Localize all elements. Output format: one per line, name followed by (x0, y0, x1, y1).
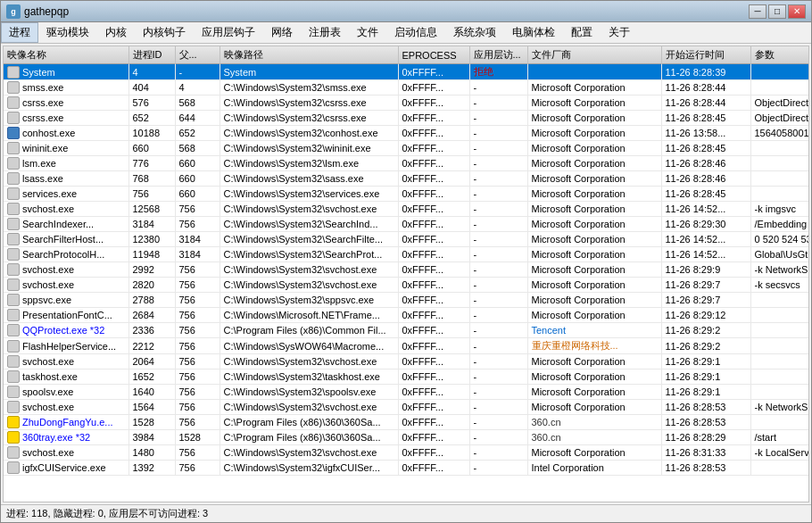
process-parent: 756 (175, 338, 220, 354)
table-row[interactable]: spoolsv.exe1640756C:\Windows\System32\sp… (4, 385, 809, 400)
process-parent: 756 (175, 385, 220, 400)
table-row[interactable]: 360tray.exe *3239841528C:\Program Files … (4, 430, 809, 445)
process-params (750, 461, 809, 476)
col-header-vendor[interactable]: 文件厂商 (527, 46, 661, 64)
process-vendor: Microsoft Corporation (527, 217, 661, 232)
table-row[interactable]: svchost.exe2820756C:\Windows\System32\sv… (4, 278, 809, 293)
process-icon (7, 233, 20, 245)
process-pid: 768 (128, 171, 175, 187)
table-row[interactable]: System4-System0xFFFF...拒绝11-26 8:28:39 (4, 64, 809, 80)
process-applacc: - (469, 171, 527, 187)
process-icon (7, 142, 20, 154)
table-row[interactable]: lsm.exe776660C:\Windows\System32\lsm.exe… (4, 156, 809, 171)
process-name: QQProtect.exe *32 (22, 325, 104, 336)
process-vendor: Tencent (527, 323, 661, 338)
table-row[interactable]: igfxCUIService.exe1392756C:\Windows\Syst… (4, 461, 809, 476)
table-row[interactable]: PresentationFontC...2684756C:\Windows\Mi… (4, 308, 809, 323)
process-pid: 756 (128, 187, 175, 202)
menu-item-配置[interactable]: 配置 (563, 22, 601, 43)
maximize-button[interactable]: □ (768, 4, 786, 19)
table-row[interactable]: SearchProtocolH...119483184C:\Windows\Sy… (4, 247, 809, 262)
table-row[interactable]: csrss.exe652644C:\Windows\System32\csrss… (4, 111, 809, 126)
table-row[interactable]: lsass.exe768660C:\Windows\System32\sass.… (4, 171, 809, 187)
process-path: C:\Windows\System32\wininit.exe (220, 141, 398, 156)
process-vendor: Microsoft Corporation (527, 95, 661, 111)
process-name-cell: QQProtect.exe *32 (4, 323, 128, 338)
table-row[interactable]: svchost.exe1564756C:\Windows\System32\sv… (4, 400, 809, 415)
process-path: C:\Windows\System32\SearchProt... (220, 247, 398, 262)
process-name-cell: services.exe (4, 187, 128, 202)
table-row[interactable]: svchost.exe2064756C:\Windows\System32\sv… (4, 354, 809, 369)
col-header-applacc[interactable]: 应用层访... (469, 46, 527, 64)
table-row[interactable]: FlashHelperService...2212756C:\Windows\S… (4, 338, 809, 354)
process-parent: 756 (175, 278, 220, 293)
process-starttime: 11-26 8:28:46 (661, 171, 750, 187)
menu-item-关于[interactable]: 关于 (601, 22, 638, 43)
menu-item-内核[interactable]: 内核 (97, 22, 135, 43)
col-header-parent[interactable]: 父... (175, 46, 220, 64)
process-icon (7, 203, 20, 215)
menu-item-网络[interactable]: 网络 (263, 22, 301, 43)
process-vendor: Microsoft Corporation (527, 293, 661, 308)
table-row[interactable]: conhost.exe10188652C:\Windows\System32\c… (4, 126, 809, 141)
process-applacc: - (469, 262, 527, 278)
col-header-starttime[interactable]: 开始运行时间 (661, 46, 750, 64)
process-applacc: - (469, 415, 527, 430)
process-name: FlashHelperService... (22, 341, 116, 352)
table-row[interactable]: wininit.exe660568C:\Windows\System32\win… (4, 141, 809, 156)
process-vendor: Microsoft Corporation (527, 385, 661, 400)
table-row[interactable]: taskhost.exe1652756C:\Windows\System32\t… (4, 369, 809, 385)
process-name: igfxCUIService.exe (22, 462, 106, 473)
process-parent: 1528 (175, 430, 220, 445)
table-row[interactable]: services.exe756660C:\Windows\System32\se… (4, 187, 809, 202)
process-path: C:\Windows\System32\sppsvc.exe (220, 293, 398, 308)
col-header-path[interactable]: 映像路径 (220, 46, 398, 64)
table-row[interactable]: csrss.exe576568C:\Windows\System32\csrss… (4, 95, 809, 111)
minimize-button[interactable]: ─ (749, 4, 766, 19)
process-name: smss.exe (22, 82, 63, 93)
menu-item-内核钩子[interactable]: 内核钩子 (135, 22, 194, 43)
table-row[interactable]: sppsvc.exe2788756C:\Windows\System32\spp… (4, 293, 809, 308)
process-starttime: 11-26 8:28:39 (661, 64, 750, 80)
process-name: SearchFilterHost... (22, 234, 104, 245)
table-row[interactable]: svchost.exe2992756C:\Windows\System32\sv… (4, 262, 809, 278)
table-row[interactable]: svchost.exe12568756C:\Windows\System32\s… (4, 202, 809, 217)
table-row[interactable]: svchost.exe1480756C:\Windows\System32\sv… (4, 445, 809, 461)
menu-item-文件[interactable]: 文件 (349, 22, 386, 43)
table-row[interactable]: SearchIndexer...3184756C:\Windows\System… (4, 217, 809, 232)
menu-item-驱动模块[interactable]: 驱动模块 (38, 22, 97, 43)
process-starttime: 11-26 14:52... (661, 202, 750, 217)
col-header-pid[interactable]: 进程ID (128, 46, 175, 64)
col-header-name[interactable]: 映像名称 (4, 46, 128, 64)
process-eprocess: 0xFFFF... (398, 202, 469, 217)
process-eprocess: 0xFFFF... (398, 156, 469, 171)
menu-item-启动信息[interactable]: 启动信息 (386, 22, 445, 43)
process-starttime: 11-26 8:28:44 (661, 95, 750, 111)
table-row[interactable]: SearchFilterHost...123803184C:\Windows\S… (4, 232, 809, 247)
col-header-params[interactable]: 参数 (750, 46, 809, 64)
process-applacc: - (469, 430, 527, 445)
process-path: C:\Windows\System32\lsm.exe (220, 156, 398, 171)
process-path: C:\Windows\System32\svchost.exe (220, 354, 398, 369)
process-eprocess: 0xFFFF... (398, 111, 469, 126)
process-pid: 404 (128, 80, 175, 95)
menu-item-应用层钩子[interactable]: 应用层钩子 (194, 22, 263, 43)
status-bar: 进程: 118, 隐藏进程: 0, 应用层不可访问进程: 3 (1, 504, 811, 522)
process-applacc: - (469, 293, 527, 308)
menu-item-系统杂项[interactable]: 系统杂项 (445, 22, 504, 43)
process-table-container[interactable]: 映像名称 进程ID 父... 映像路径 EPROCESS 应用层访... 文件厂… (3, 46, 809, 502)
process-icon (7, 66, 20, 79)
table-row[interactable]: QQProtect.exe *322336756C:\Program Files… (4, 323, 809, 338)
menu-item-电脑体检[interactable]: 电脑体检 (504, 22, 563, 43)
process-starttime: 11-26 8:28:53 (661, 415, 750, 430)
process-params (750, 338, 809, 354)
table-row[interactable]: ZhuDongFangYu.e...1528756C:\Program File… (4, 415, 809, 430)
close-button[interactable]: ✕ (788, 4, 806, 19)
process-eprocess: 0xFFFF... (398, 308, 469, 323)
process-name: SearchIndexer... (22, 219, 94, 229)
col-header-eprocess[interactable]: EPROCESS (398, 46, 469, 64)
table-row[interactable]: smss.exe4044C:\Windows\System32\smss.exe… (4, 80, 809, 95)
menu-item-进程[interactable]: 进程 (1, 22, 38, 43)
process-parent: 568 (175, 141, 220, 156)
menu-item-注册表[interactable]: 注册表 (301, 22, 349, 43)
